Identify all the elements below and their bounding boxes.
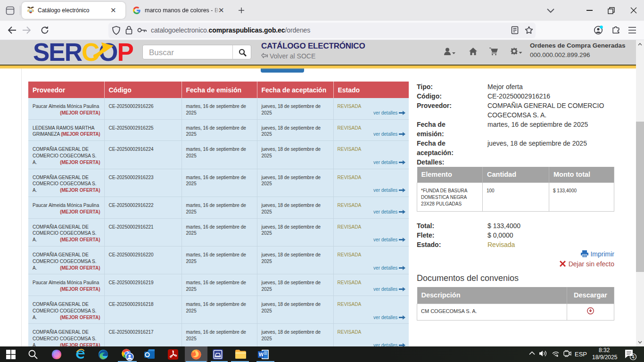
- svg-text:4: 4: [632, 354, 635, 360]
